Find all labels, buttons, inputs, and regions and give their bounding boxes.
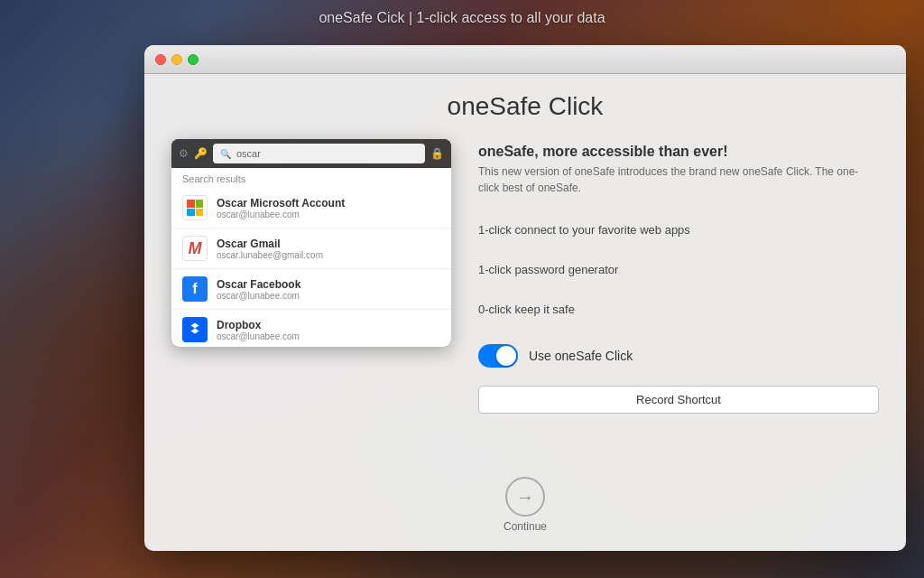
toggle-row: Use oneSafe Click <box>478 344 879 368</box>
key-icon: 🔑 <box>194 147 208 160</box>
title-bar <box>144 45 906 74</box>
toggle-label: Use oneSafe Click <box>529 349 633 363</box>
microsoft-icon <box>182 195 208 220</box>
maximize-button[interactable] <box>188 54 199 65</box>
result-name-4: Dropbox <box>217 319 440 331</box>
panel-subtext: This new version of oneSafe introduces t… <box>478 163 879 196</box>
left-panel: ⚙ 🔑 🔍 oscar 🔒 Search results <box>171 139 451 347</box>
mini-toolbar: ⚙ 🔑 🔍 oscar 🔒 <box>171 139 451 168</box>
result-info-4: Dropbox oscar@lunabee.com <box>217 319 440 341</box>
result-name-1: Oscar Microsoft Account <box>217 197 440 210</box>
continue-area: → Continue <box>504 477 547 533</box>
panel-heading: oneSafe, more accessible than ever! <box>478 144 879 160</box>
result-sub-3: oscar@lunabee.com <box>217 291 440 301</box>
top-bar-title: oneSafe Cick | 1-click access to all you… <box>319 10 605 26</box>
list-item[interactable]: f Oscar Facebook oscar@lunabee.com <box>171 269 451 310</box>
continue-button[interactable]: → <box>505 477 545 517</box>
result-name-2: Oscar Gmail <box>217 238 440 250</box>
search-popup: Search results <box>171 168 451 347</box>
lock-icon: 🔒 <box>430 147 444 160</box>
minimize-button[interactable] <box>171 54 182 65</box>
search-results-label: Search results <box>171 168 451 188</box>
dropbox-icon <box>182 317 208 342</box>
toggle-knob <box>496 346 516 366</box>
main-area: ⚙ 🔑 🔍 oscar 🔒 Search results <box>171 139 879 466</box>
window-content: oneSafe Click ⚙ 🔑 🔍 oscar <box>144 74 906 551</box>
right-panel: oneSafe, more accessible than ever! This… <box>478 139 879 414</box>
traffic-lights <box>155 54 199 65</box>
list-item[interactable]: Dropbox oscar@lunabee.com <box>171 310 451 347</box>
use-onesafe-click-toggle[interactable] <box>478 344 518 368</box>
mini-app-background: ⚙ 🔑 🔍 oscar 🔒 Search results <box>171 139 451 347</box>
result-info-1: Oscar Microsoft Account oscar@lunabee.co… <box>217 197 440 219</box>
close-button[interactable] <box>155 54 166 65</box>
top-bar: oneSafe Cick | 1-click access to all you… <box>0 0 924 36</box>
result-sub-4: oscar@lunabee.com <box>217 331 440 341</box>
list-item[interactable]: M Oscar Gmail oscar.lunabee@gmail.com <box>171 228 451 269</box>
feature-item-1: 1-click connect to your favorite web app… <box>478 216 879 245</box>
facebook-icon: f <box>182 276 208 302</box>
mini-app-preview: ⚙ 🔑 🔍 oscar 🔒 Search results <box>171 139 451 347</box>
search-value-mini: oscar <box>236 148 261 159</box>
main-window: oneSafe Click ⚙ 🔑 🔍 oscar <box>144 45 906 551</box>
app-title: oneSafe Click <box>448 92 604 121</box>
result-info-2: Oscar Gmail oscar.lunabee@gmail.com <box>217 238 440 260</box>
arrow-right-icon: → <box>516 487 534 508</box>
record-shortcut-button[interactable]: Record Shortcut <box>478 386 879 414</box>
settings-icon: ⚙ <box>179 147 189 160</box>
result-name-3: Oscar Facebook <box>217 278 440 291</box>
continue-label: Continue <box>504 520 547 533</box>
result-info-3: Oscar Facebook oscar@lunabee.com <box>217 278 440 301</box>
result-sub-2: oscar.lunabee@gmail.com <box>217 250 440 260</box>
gmail-icon: M <box>182 236 208 261</box>
feature-item-2: 1-click password generator <box>478 256 879 284</box>
result-sub-1: oscar@lunabee.com <box>217 210 440 219</box>
list-item[interactable]: Oscar Microsoft Account oscar@lunabee.co… <box>171 188 451 228</box>
feature-item-3: 0-click keep it safe <box>478 295 879 324</box>
search-icon-mini: 🔍 <box>220 149 231 159</box>
